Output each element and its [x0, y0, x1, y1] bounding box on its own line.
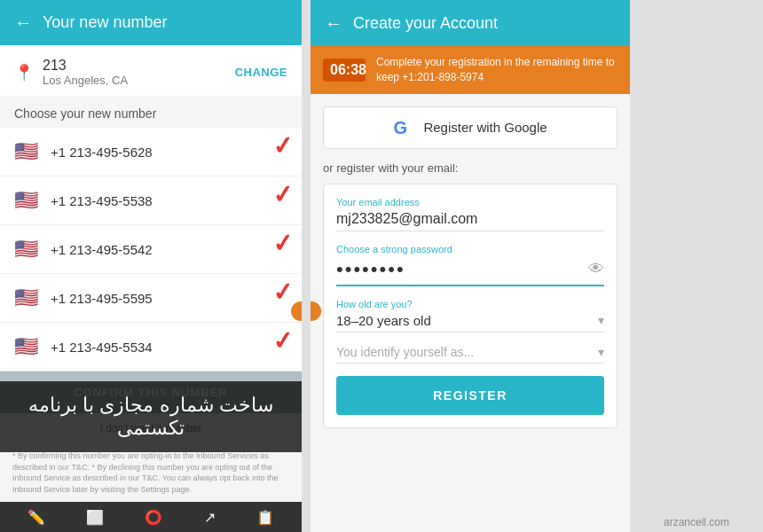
- right-header: ← Create your Account: [311, 0, 630, 46]
- password-field: Choose a strong password •••••••• 👁: [336, 244, 604, 286]
- or-email-text: or register with your email:: [323, 161, 617, 175]
- persian-overlay-text: ساخت شماره مجازی با برنامه تکستمی: [0, 381, 302, 452]
- flag-icon: 🇺🇸: [14, 335, 38, 358]
- number-list-item[interactable]: 🇺🇸 +1 213-495-5534 ✓: [0, 323, 302, 372]
- number-list-item[interactable]: 🇺🇸 +1 213-495-5595 ✓: [0, 274, 302, 323]
- number-list-item[interactable]: 🇺🇸 +1 213-495-5542 ✓: [0, 225, 302, 274]
- watermark: arzancell.com: [630, 516, 763, 528]
- toolbar-icon-4[interactable]: 📋: [256, 509, 274, 526]
- location-info: 213 Los Angeles, CA: [43, 58, 235, 87]
- password-row: •••••••• 👁: [336, 258, 604, 286]
- identity-field: You identify yourself as... ▾: [336, 345, 604, 364]
- location-city: Los Angeles, CA: [43, 74, 235, 87]
- bottom-toolbar: ✏️⬜⭕↗📋: [0, 502, 302, 532]
- location-row: 📍 213 Los Angeles, CA CHANGE: [0, 45, 302, 96]
- flag-icon: 🇺🇸: [14, 189, 38, 212]
- right-content: G Register with Google or register with …: [311, 94, 630, 532]
- timer-text: Complete your registration in the remain…: [376, 55, 617, 85]
- phone-number: +1 213-495-5628: [51, 145, 153, 160]
- toolbar-icon-2[interactable]: ⭕: [145, 509, 162, 526]
- checkmark-icon: ✓: [271, 179, 295, 210]
- password-label: Choose a strong password: [336, 244, 604, 254]
- phone-number: +1 213-495-5595: [51, 291, 153, 306]
- left-title: Your new number: [43, 13, 167, 32]
- choose-label: Choose your new number: [0, 96, 302, 128]
- age-value: 18–20 years old: [336, 313, 431, 328]
- phone-number: +1 213-495-5534: [51, 340, 153, 355]
- google-btn-label: Register with Google: [423, 120, 547, 135]
- identity-placeholder: You identify yourself as...: [336, 345, 474, 359]
- chevron-down-icon-identity: ▾: [598, 345, 604, 359]
- identity-select[interactable]: You identify yourself as... ▾: [336, 345, 604, 364]
- checkmark-icon: ✓: [271, 228, 295, 259]
- email-label: Your email address: [336, 197, 604, 207]
- phone-number: +1 213-495-5542: [51, 242, 153, 257]
- phone-number: +1 213-495-5538: [51, 193, 153, 208]
- toolbar-icon-0[interactable]: ✏️: [28, 509, 45, 526]
- checkmark-icon: ✓: [271, 130, 295, 161]
- flag-icon: 🇺🇸: [14, 140, 38, 163]
- left-header: ← Your new number: [0, 0, 302, 45]
- side-gap: arzancell.com: [630, 0, 763, 532]
- flag-icon: 🇺🇸: [14, 286, 38, 309]
- flag-icon: 🇺🇸: [14, 238, 38, 261]
- chevron-down-icon: ▾: [598, 313, 604, 327]
- right-title: Create your Account: [353, 14, 498, 33]
- timer-bar: 06:38 Complete your registration in the …: [311, 46, 630, 94]
- age-field: How old are you? 18–20 years old ▾: [336, 299, 604, 332]
- location-pin-icon: 📍: [14, 63, 34, 82]
- location-number: 213: [43, 58, 235, 74]
- change-button[interactable]: CHANGE: [235, 66, 287, 79]
- number-list-item[interactable]: 🇺🇸 +1 213-495-5628 ✓: [0, 128, 302, 176]
- left-back-arrow[interactable]: ←: [14, 12, 32, 33]
- checkmark-icon: ✓: [271, 277, 295, 308]
- eye-icon[interactable]: 👁: [588, 260, 604, 278]
- google-icon: G: [393, 118, 413, 137]
- registration-form: Your email address mj233825@gmail.com Ch…: [323, 184, 617, 428]
- password-dots[interactable]: ••••••••: [336, 258, 405, 281]
- toolbar-icon-1[interactable]: ⬜: [86, 509, 104, 526]
- email-value[interactable]: mj233825@gmail.com: [336, 211, 604, 231]
- email-field: Your email address mj233825@gmail.com: [336, 197, 604, 231]
- number-list: 🇺🇸 +1 213-495-5628 ✓ 🇺🇸 +1 213-495-5538 …: [0, 128, 302, 372]
- checkmark-icon: ✓: [271, 325, 295, 356]
- right-panel: ← Create your Account 06:38 Complete you…: [311, 0, 630, 532]
- timer-badge: 06:38: [323, 59, 366, 82]
- age-label: How old are you?: [336, 299, 604, 309]
- left-panel: ← Your new number 📍 213 Los Angeles, CA …: [0, 0, 302, 532]
- number-list-item[interactable]: 🇺🇸 +1 213-495-5538 ✓: [0, 176, 302, 225]
- register-button[interactable]: REGISTER: [336, 376, 604, 415]
- right-back-arrow[interactable]: ←: [325, 13, 342, 34]
- age-select[interactable]: 18–20 years old ▾: [336, 313, 604, 332]
- toolbar-icon-3[interactable]: ↗: [204, 509, 216, 526]
- google-register-button[interactable]: G Register with Google: [323, 106, 617, 149]
